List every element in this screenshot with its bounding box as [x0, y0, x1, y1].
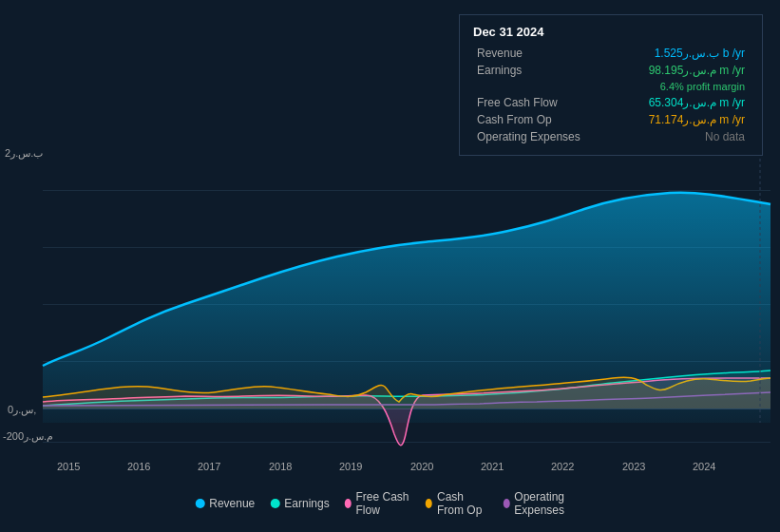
- info-value-opex: No data: [616, 128, 749, 145]
- legend-revenue: Revenue: [195, 497, 255, 510]
- info-table: Revenue 1.525ب.س.ر b /yr Earnings 98.195…: [473, 45, 749, 145]
- info-label-margin: [473, 79, 616, 94]
- info-value-fcf: 65.304م.س.ر m /yr: [616, 94, 749, 111]
- x-label-2023: 2023: [622, 461, 645, 472]
- legend-label-fcf: Free Cash Flow: [355, 490, 410, 517]
- x-label-2015: 2015: [57, 461, 80, 472]
- x-label-2019: 2019: [339, 461, 362, 472]
- chart-svg: [43, 147, 770, 451]
- info-row-fcf: Free Cash Flow 65.304م.س.ر m /yr: [473, 94, 749, 111]
- x-label-2016: 2016: [127, 461, 150, 472]
- legend-opex: Operating Expenses: [503, 490, 584, 517]
- legend-label-opex: Operating Expenses: [514, 490, 584, 517]
- x-label-2024: 2024: [693, 461, 715, 472]
- legend-cashop: Cash From Op: [426, 490, 487, 517]
- x-label-2022: 2022: [551, 461, 574, 472]
- x-label-2020: 2020: [410, 461, 433, 472]
- info-row-opex: Operating Expenses No data: [473, 128, 749, 145]
- legend-label-earnings: Earnings: [284, 497, 329, 510]
- legend-label-cashop: Cash From Op: [437, 490, 488, 517]
- y-label-2b: 2ب.س.ر: [5, 147, 43, 160]
- legend-dot-revenue: [195, 499, 204, 508]
- info-row-margin: 6.4% profit margin: [473, 79, 749, 94]
- info-date: Dec 31 2024: [473, 25, 749, 39]
- info-label-fcf: Free Cash Flow: [473, 94, 616, 111]
- x-label-2018: 2018: [269, 461, 292, 472]
- info-label-cashop: Cash From Op: [473, 111, 616, 128]
- chart-container: Dec 31 2024 Revenue 1.525ب.س.ر b /yr Ear…: [0, 0, 780, 532]
- chart-legend: Revenue Earnings Free Cash Flow Cash Fro…: [195, 490, 585, 517]
- info-row-revenue: Revenue 1.525ب.س.ر b /yr: [473, 45, 749, 62]
- info-value-earnings: 98.195م.س.ر m /yr: [616, 62, 749, 79]
- legend-label-revenue: Revenue: [209, 497, 255, 510]
- legend-dot-earnings: [270, 499, 279, 508]
- info-value-revenue: 1.525ب.س.ر b /yr: [616, 45, 749, 62]
- legend-earnings: Earnings: [270, 497, 329, 510]
- x-label-2021: 2021: [481, 461, 504, 472]
- info-box: Dec 31 2024 Revenue 1.525ب.س.ر b /yr Ear…: [459, 14, 763, 156]
- legend-dot-fcf: [345, 499, 352, 508]
- info-value-margin: 6.4% profit margin: [616, 79, 749, 94]
- y-label-0: 0س.ر,: [8, 404, 36, 416]
- x-label-2017: 2017: [198, 461, 220, 472]
- info-row-cashop: Cash From Op 71.174م.س.ر m /yr: [473, 111, 749, 128]
- info-label-revenue: Revenue: [473, 45, 616, 62]
- info-row-earnings: Earnings 98.195م.س.ر m /yr: [473, 62, 749, 79]
- legend-dot-cashop: [426, 499, 432, 508]
- info-value-cashop: 71.174م.س.ر m /yr: [616, 111, 749, 128]
- info-label-opex: Operating Expenses: [473, 128, 616, 145]
- legend-dot-opex: [503, 499, 509, 508]
- legend-fcf: Free Cash Flow: [345, 490, 411, 517]
- info-label-earnings: Earnings: [473, 62, 616, 79]
